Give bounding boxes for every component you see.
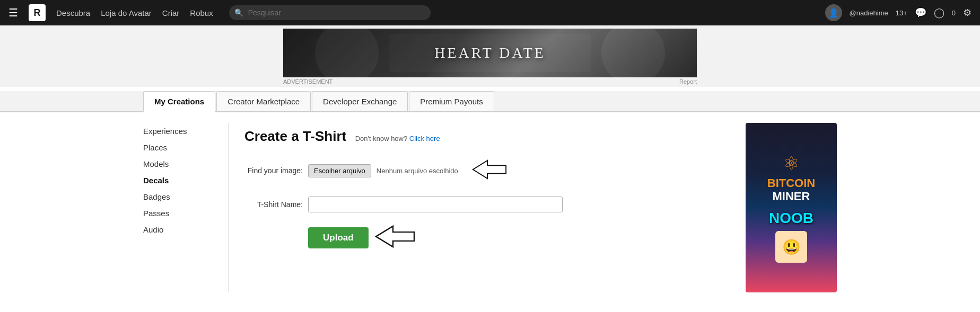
nav-link-loja[interactable]: Loja do Avatar — [101, 8, 152, 17]
ad-right-banner[interactable]: ⚛ BITCOIN MINER NOOB 😃 — [746, 123, 837, 292]
sidebar-item-passes[interactable]: Passes — [143, 205, 217, 221]
main-content: Experiences Places Models Decals Badges … — [0, 112, 980, 303]
search-icon: 🔍 — [234, 8, 243, 17]
advertisement-label: ADVERTISEMENT — [283, 78, 332, 85]
svg-marker-4 — [473, 161, 506, 179]
sidebar-item-models[interactable]: Models — [143, 156, 217, 172]
sidebar-item-badges[interactable]: Badges — [143, 189, 217, 205]
tab-my-creations[interactable]: My Creations — [143, 91, 215, 112]
click-here-link[interactable]: Click here — [409, 135, 440, 142]
nav-right-section: 👤 @nadiehime 13+ 💬 ◯ 0 ⚙ — [825, 4, 972, 21]
bitcoin-icon: ⚛ — [783, 153, 799, 174]
tab-premium-payouts[interactable]: Premium Payouts — [409, 91, 494, 111]
svg-point-1 — [315, 29, 379, 77]
ad-character: 😃 — [775, 231, 807, 263]
ad-bitcoin-label: BITCOIN — [767, 177, 815, 190]
settings-icon[interactable]: ⚙ — [963, 7, 972, 19]
sidebar-item-decals[interactable]: Decals — [143, 172, 217, 189]
logo-text: R — [34, 7, 41, 19]
create-subtitle: Don't know how? Click here — [355, 135, 440, 142]
top-navigation: ☰ R Descubra Loja do Avatar Criar Robux … — [0, 0, 980, 25]
tab-creator-marketplace[interactable]: Creator Marketplace — [216, 91, 311, 111]
nav-link-descubra[interactable]: Descubra — [56, 8, 90, 17]
report-link[interactable]: Report — [679, 78, 697, 85]
no-file-chosen-label: Nenhum arquivo escolhido — [377, 167, 458, 175]
arrow-right-icon — [471, 156, 508, 185]
sidebar: Experiences Places Models Decals Badges … — [143, 123, 228, 292]
find-image-row: Find your image: Escolher arquivo Nenhum… — [244, 156, 719, 185]
svg-point-2 — [601, 29, 665, 77]
sidebar-item-experiences[interactable]: Experiences — [143, 123, 217, 139]
tabs-row: My Creations Creator Marketplace Develop… — [0, 91, 980, 112]
banner-meta: ADVERTISEMENT Report — [283, 77, 697, 87]
ad-noob-label: NOOB — [769, 210, 813, 227]
sidebar-item-audio[interactable]: Audio — [143, 221, 217, 238]
svg-marker-5 — [376, 226, 414, 247]
avatar[interactable]: 👤 — [825, 4, 842, 21]
ad-image: ⚛ BITCOIN MINER NOOB 😃 — [746, 123, 837, 292]
arrow-left-icon — [374, 222, 416, 253]
search-bar: 🔍 — [229, 5, 431, 20]
sidebar-item-places[interactable]: Places — [143, 139, 217, 156]
chat-icon[interactable]: 💬 — [915, 7, 926, 19]
tshirt-name-input[interactable] — [308, 197, 563, 212]
find-image-label: Find your image: — [244, 166, 303, 175]
create-title-row: Create a T-Shirt Don't know how? Click h… — [244, 128, 719, 145]
ad-miner-label: MINER — [773, 190, 810, 203]
choose-file-button[interactable]: Escolher arquivo — [308, 164, 371, 177]
nav-link-criar[interactable]: Criar — [162, 8, 180, 17]
banner-image: HEART DATE — [283, 29, 697, 77]
robux-count: 0 — [952, 9, 956, 17]
username-label: @nadiehime — [850, 9, 888, 17]
hamburger-icon[interactable]: ☰ — [8, 6, 18, 19]
tab-developer-exchange[interactable]: Developer Exchange — [312, 91, 408, 111]
nav-link-robux[interactable]: Robux — [190, 8, 213, 17]
robux-icon[interactable]: ◯ — [934, 7, 944, 19]
upload-row: Upload — [308, 222, 719, 253]
roblox-logo[interactable]: R — [29, 4, 46, 21]
age-label: 13+ — [896, 9, 907, 17]
creator-area: Create a T-Shirt Don't know how? Click h… — [228, 123, 735, 292]
banner-title: HEART DATE — [434, 44, 546, 61]
create-title: Create a T-Shirt — [244, 128, 346, 145]
tshirt-name-label: T-Shirt Name: — [244, 200, 303, 209]
upload-button[interactable]: Upload — [308, 227, 369, 248]
banner-section: HEART DATE ADVERTISEMENT Report — [0, 25, 980, 87]
search-input[interactable] — [229, 5, 431, 20]
tshirt-name-row: T-Shirt Name: — [244, 197, 719, 212]
